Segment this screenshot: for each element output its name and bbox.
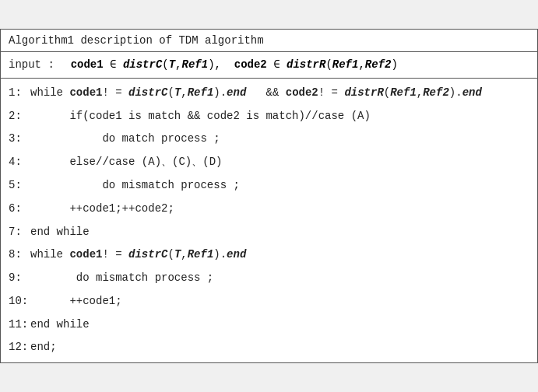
line-num-6: 6: <box>9 200 30 219</box>
line-content-9: do mismatch process ; <box>30 269 529 288</box>
code-line-1: 1: while code1! = distrC(T,Ref1).end && … <box>1 82 537 105</box>
code-line-9: 9: do mismatch process ; <box>1 267 537 290</box>
code-line-12: 12: end; <box>1 336 537 359</box>
algorithm-box: Algorithm1 description of TDM algorithm … <box>0 29 538 364</box>
input-label: input : <box>9 57 55 73</box>
line-num-8: 8: <box>9 246 30 264</box>
code-line-11: 11: end while <box>1 313 537 337</box>
line-content-8: while code1! = distrC(T,Ref1).end <box>30 246 529 264</box>
line-num-7: 7: <box>9 223 30 242</box>
code-line-8: 8: while code1! = distrC(T,Ref1).end <box>1 243 537 267</box>
line-content-1: while code1! = distrC(T,Ref1).end && cod… <box>30 84 529 103</box>
line-num-3: 3: <box>9 130 30 149</box>
line-content-4: else//case (A)、(C)、(D) <box>30 153 529 172</box>
algorithm-title: Algorithm1 description of TDM algorithm <box>1 30 537 52</box>
code-line-4: 4: else//case (A)、(C)、(D) <box>1 151 537 174</box>
input-content: code1 ∈ distrC(T,Ref1), code2 ∈ distrR(R… <box>58 57 398 73</box>
line-content-7: end while <box>30 223 529 242</box>
line-content-11: end while <box>30 316 529 334</box>
line-content-3: do match process ; <box>30 130 529 149</box>
line-num-10: 10: <box>9 292 30 311</box>
code-line-10: 10: ++code1; <box>1 290 537 313</box>
code-line-2: 2: if(code1 is match && code2 is match)/… <box>1 105 537 128</box>
line-num-4: 4: <box>9 153 30 172</box>
line-content-6: ++code1;++code2; <box>30 200 529 219</box>
line-num-12: 12: <box>9 338 30 357</box>
line-num-2: 2: <box>9 107 30 126</box>
line-num-11: 11: <box>9 316 30 334</box>
code-line-7: 7: end while <box>1 221 537 244</box>
code-line-6: 6: ++code1;++code2; <box>1 198 537 221</box>
line-num-5: 5: <box>9 177 30 195</box>
code-lines: 1: while code1! = distrC(T,Ref1).end && … <box>1 79 537 363</box>
line-content-12: end; <box>30 338 529 357</box>
input-line: input : code1 ∈ distrC(T,Ref1), code2 ∈ … <box>1 52 537 79</box>
line-content-5: do mismatch process ; <box>30 177 529 195</box>
code-line-5: 5: do mismatch process ; <box>1 174 537 198</box>
line-content-2: if(code1 is match && code2 is match)//ca… <box>30 107 529 126</box>
line-num-9: 9: <box>9 269 30 288</box>
line-num-1: 1: <box>9 84 30 103</box>
code-line-3: 3: do match process ; <box>1 128 537 151</box>
line-content-10: ++code1; <box>30 292 529 311</box>
